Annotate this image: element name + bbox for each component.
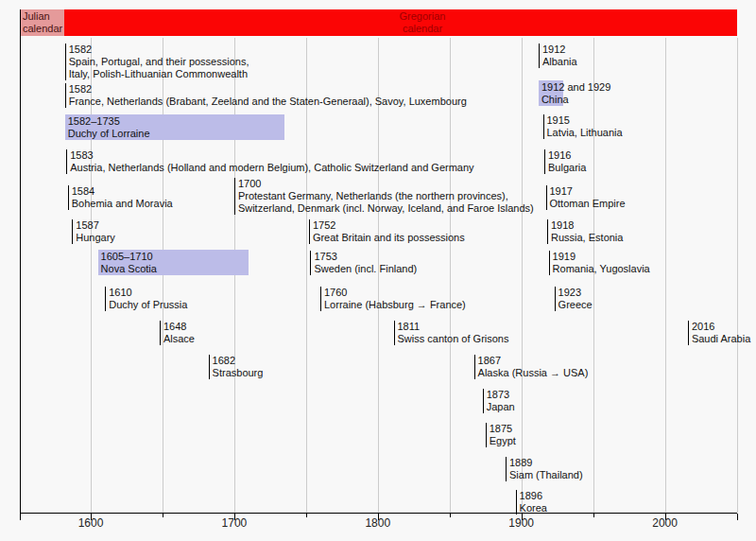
entry-name: Duchy of Prussia [109,299,187,311]
entry-name: Siam (Thailand) [509,469,583,481]
entry-year-label: 1811 [398,321,509,333]
axis-tick-label: 1900 [508,516,534,530]
timeline-entry: 1918Russia, Estonia [547,219,623,244]
entry-year-label: 1760 [324,287,466,299]
timeline-entry: 1915Latvia, Lithuania [543,114,623,139]
gridline-1600 [91,38,92,513]
entry-name: Italy, Polish-Lithuanian Commonwealth [69,68,249,80]
entry-name: Saudi Arabia [692,333,750,345]
timeline-entry: 1587Hungary [72,219,115,244]
timeline-range-entry: 1605–1710Nova Scotia [98,250,249,275]
timeline-entry: 1582Spain, Portugal, and their possessio… [65,44,249,80]
axis-tick-2050 [737,514,738,520]
julian-calendar-bar: Julian calendar [21,9,64,36]
entry-year-label: 1610 [109,287,187,299]
entry-name: Russia, Estonia [551,232,623,244]
entry-name: Great Britain and its possessions [313,232,465,244]
entry-name: Latvia, Lithuania [547,127,623,139]
entry-year-label: 1896 [520,490,547,502]
entry-name: Alaska (Russia → USA) [478,367,589,379]
entry-year-label: 1912 [542,44,577,56]
entry-name: Spain, Portugal, and their possessions, [69,56,249,68]
gridline-2000 [665,38,666,513]
entry-name: Egypt [490,435,516,447]
entry-name: Austria, Netherlands (Holland and modern… [70,162,473,174]
timeline-range-entry: 1912 and 1929China [539,80,563,106]
timeline-range-entry: 1582–1735Duchy of Lorraine [65,114,284,140]
axis-tick-1750 [306,514,307,517]
timeline-entry: 1912Albania [539,44,577,68]
gridline-1950 [593,38,594,513]
timeline-chart: Julian calendar Gregorian calendar 1582S… [0,0,756,541]
entry-year-label: 1919 [553,251,650,263]
entry-year-label: 1912 and 1929 [541,81,563,94]
entry-name: Hungary [76,232,115,244]
entry-year-label: 1915 [547,114,623,127]
timeline-entry: 1584Bohemia and Moravia [68,185,173,210]
axis-tick-1950 [593,514,594,517]
entry-name: Greece [558,299,593,311]
entry-year-label: 1752 [313,219,465,232]
entry-name: Duchy of Lorraine [68,128,284,140]
axis-tick-label: 2000 [652,516,678,530]
timeline-entry: 1917Ottoman Empire [546,185,626,210]
timeline-entry: 1648Alsace [160,321,195,345]
julian-calendar-label: Julian calendar [23,10,62,34]
entry-year-label: 1648 [163,321,195,333]
gridline-2050 [737,38,738,513]
gridline-1650 [163,38,163,513]
gridline-1900 [522,38,523,513]
entry-name: Japan [487,401,515,413]
entry-name: France, Netherlands (Brabant, Zeeland an… [69,96,467,108]
entry-year-label: 1753 [314,251,417,263]
entry-name: Swiss canton of Grisons [398,333,509,345]
axis-left-boundary-line [20,9,21,520]
timeline-entry: 1752Great Britain and its possessions [309,219,465,244]
axis-tick-1650 [163,514,163,517]
timeline-entry: 1923Greece [555,287,593,311]
entry-year-label: 1582 [69,44,249,56]
entry-year-label: 1875 [490,423,516,435]
timeline-entry: 1873Japan [483,389,515,413]
axis-tick-label: 1800 [365,516,390,530]
gridline-1850 [450,38,451,513]
entry-year-label: 1582 [69,83,467,96]
timeline-entry: 2016Saudi Arabia [688,321,750,345]
entry-name: Albania [542,56,577,68]
entry-year-label: 1873 [487,389,515,401]
entry-name: Ottoman Empire [550,198,626,210]
gridline-1800 [378,38,379,513]
timeline-entry: 1875Egypt [486,423,516,447]
entry-year-label: 2016 [692,321,750,333]
axis-tick-label: 1700 [222,516,248,530]
timeline-entry: 1700Protestant Germany, Netherlands (the… [234,178,534,215]
axis-tick-1850 [450,514,451,517]
entry-name: Lorraine (Habsburg → France) [324,299,466,311]
entry-name: Bulgaria [548,162,586,174]
timeline-entry: 1896Korea [516,490,547,515]
entry-year-label: 1867 [478,355,589,367]
gregorian-calendar-label: Gregorian calendar [392,10,453,35]
entry-year-label: 1923 [558,287,593,299]
timeline-entry: 1889Siam (Thailand) [506,457,583,481]
timeline-entry: 1583Austria, Netherlands (Holland and mo… [66,149,473,174]
timeline-entry: 1760Lorraine (Habsburg → France) [320,287,466,311]
timeline-entry: 1682Strasbourg [209,355,264,379]
entry-year-label: 1917 [550,185,626,198]
entry-year-label: 1584 [72,185,173,198]
entry-year-label: 1918 [551,219,623,232]
entry-name: Switzerland, Denmark (incl. Norway, Icel… [238,202,534,215]
timeline-entry: 1811Swiss canton of Grisons [394,321,509,345]
timeline-entry: 1582France, Netherlands (Brabant, Zeelan… [65,83,467,108]
entry-name: Strasbourg [213,367,264,379]
entry-name: Sweden (incl. Finland) [314,263,417,275]
entry-name: Protestant Germany, Netherlands (the nor… [238,190,534,202]
timeline-entry: 1919Romania, Yugoslavia [549,251,650,275]
entry-name: Alsace [163,333,195,345]
entry-name: Romania, Yugoslavia [553,263,650,275]
gridline-1750 [306,38,307,513]
entry-year-label: 1916 [548,149,586,162]
entry-year-label: 1583 [70,149,473,162]
entry-year-label: 1682 [213,355,264,367]
entry-year-label: 1889 [509,457,583,469]
